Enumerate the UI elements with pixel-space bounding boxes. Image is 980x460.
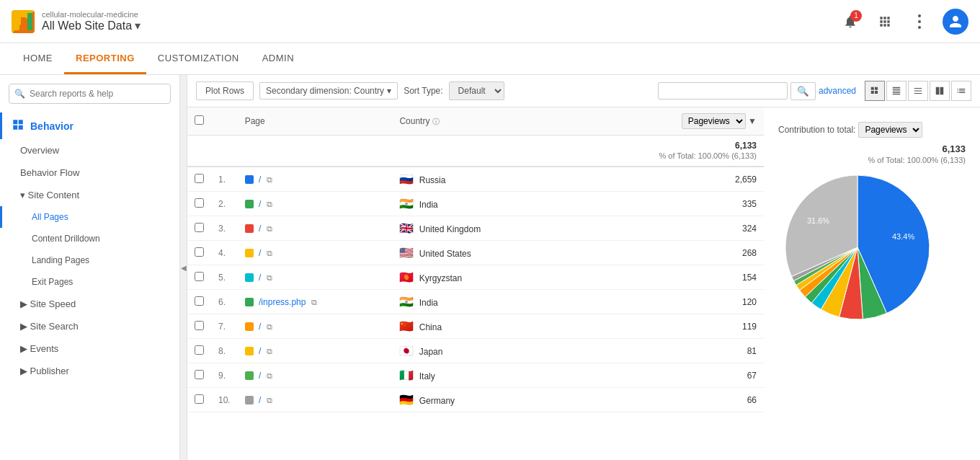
copy-icon[interactable]: ⧉ [267,322,272,331]
row-country: 🇨🇳 China [392,314,563,339]
copy-icon[interactable]: ⧉ [267,175,272,184]
pie-label: 31.6% [807,216,829,225]
more-options-button[interactable] [908,10,931,33]
main-layout: 🔍 Behavior Overview Behavior Flow ▾ Site… [0,75,980,460]
col-pageviews[interactable]: Pageviews ▼ [564,107,764,136]
sidebar-item-all-pages[interactable]: All Pages [0,206,179,228]
table-view-button[interactable] [865,81,885,101]
row-checkbox[interactable] [195,223,204,232]
page-link[interactable]: /inpress.php [259,297,306,307]
sidebar-item-publisher[interactable]: ▶ Publisher [0,360,179,382]
copy-icon[interactable]: ⧉ [267,249,272,257]
page-link[interactable]: / [259,248,261,258]
nav-reporting[interactable]: REPORTING [64,44,146,74]
sidebar-collapse-button[interactable]: ◀ [180,75,187,460]
contribution-label: Contribution to total: [778,125,855,135]
copy-icon[interactable]: ⧉ [311,298,317,306]
copy-icon[interactable]: ⧉ [267,347,272,355]
country-name: India [419,298,438,308]
row-checkbox[interactable] [195,345,204,355]
page-link[interactable]: / [259,346,261,356]
secondary-dimension-selector[interactable]: Secondary dimension: Country ▾ [259,82,398,99]
row-page: / ⧉ [238,388,393,412]
copy-icon[interactable]: ⧉ [267,273,272,282]
svg-point-4 [918,20,921,23]
country-name: Kyrgyzstan [419,273,462,283]
sidebar-item-landing-pages[interactable]: Landing Pages [0,249,179,271]
nav-home[interactable]: HOME [12,44,64,74]
sidebar-behavior-flow-label: Behavior Flow [20,167,79,178]
advanced-link[interactable]: advanced [819,86,856,96]
total-pageviews: 6,133 [735,141,757,151]
sidebar-item-overview[interactable]: Overview [0,139,179,162]
site-domain: cellular-molecular-medicine [42,10,141,19]
sidebar-item-site-search[interactable]: ▶ Site Search [0,315,179,337]
sidebar-overview-label: Overview [20,145,59,156]
nav-customization[interactable]: CUSTOMIZATION [146,44,251,74]
row-checkbox[interactable] [195,174,204,183]
country-info-icon: ⓘ [432,118,440,125]
copy-icon[interactable]: ⧉ [267,200,272,208]
copy-icon[interactable]: ⧉ [267,224,272,233]
sidebar-item-events[interactable]: ▶ Events [0,337,179,360]
search-input[interactable] [9,84,171,104]
row-page: / ⧉ [238,192,393,216]
row-checkbox[interactable] [195,370,204,379]
sidebar-item-exit-pages[interactable]: Exit Pages [0,271,179,293]
custom-view-button[interactable] [951,81,971,101]
row-country: 🇮🇹 Italy [392,363,563,388]
row-checkbox[interactable] [195,296,204,306]
row-page: / ⧉ [238,241,393,265]
page-link[interactable]: / [259,395,261,405]
page-link[interactable]: / [259,273,261,283]
table-search-icon: 🔍 [797,86,809,97]
user-avatar[interactable] [943,9,968,35]
row-number: 2. [211,192,238,216]
page-link[interactable]: / [259,174,261,185]
nav-admin[interactable]: ADMIN [251,44,306,74]
row-checkbox[interactable] [195,272,204,281]
pivot-view-button[interactable] [886,81,906,101]
sidebar-item-behavior[interactable]: Behavior [0,112,179,139]
row-checkbox[interactable] [195,247,204,257]
row-checkbox[interactable] [195,394,204,404]
copy-icon[interactable]: ⧉ [267,396,272,404]
table-row: 9. / ⧉ 🇮🇹 Italy 67 [187,363,764,388]
country-name: United Kingdom [419,224,481,234]
page-link[interactable]: / [259,371,261,381]
row-checkbox[interactable] [195,321,204,330]
sidebar-item-site-content[interactable]: ▾ Site Content [0,184,179,206]
sidebar-item-content-drilldown[interactable]: Content Drilldown [0,228,179,249]
site-name: All Web Site Data ▾ [42,19,141,32]
header-left: cellular-molecular-medicine All Web Site… [12,10,141,33]
notifications-button[interactable]: 1 [839,10,862,33]
sidebar-item-behavior-flow[interactable]: Behavior Flow [0,162,179,184]
pageviews-metric-select[interactable]: Pageviews [682,113,746,129]
table-search-input[interactable] [658,82,788,99]
row-pageviews: 154 [564,265,764,290]
country-name: Japan [419,347,443,357]
page-link[interactable]: / [259,322,261,332]
col-country[interactable]: Country ⓘ [392,107,563,136]
table-row: 6. /inpress.php ⧉ 🇮🇳 India 120 [187,290,764,314]
page-link[interactable]: / [259,199,261,209]
contribution-metric-select[interactable]: Pageviews [858,122,922,138]
select-all-checkbox[interactable] [195,115,204,125]
copy-icon[interactable]: ⧉ [267,371,272,380]
row-page: / ⧉ [238,216,393,241]
site-name-dropdown-icon[interactable]: ▾ [135,19,141,32]
sort-type-select[interactable]: Default [449,81,504,100]
table-search-button[interactable]: 🔍 [790,82,816,100]
page-link[interactable]: / [259,224,261,234]
plot-rows-button[interactable]: Plot Rows [196,81,254,100]
data-table: Page Country ⓘ Pageviews ▼ [187,107,764,412]
list-view-button[interactable] [908,81,928,101]
col-page: Page [238,107,393,136]
row-page: / ⧉ [238,167,393,192]
row-checkbox[interactable] [195,198,204,208]
apps-grid-button[interactable] [873,10,896,33]
behavior-icon [12,118,24,133]
sidebar-item-site-speed[interactable]: ▶ Site Speed [0,293,179,315]
table-row: 2. / ⧉ 🇮🇳 India 335 [187,192,764,216]
comparison-view-button[interactable] [930,81,950,101]
